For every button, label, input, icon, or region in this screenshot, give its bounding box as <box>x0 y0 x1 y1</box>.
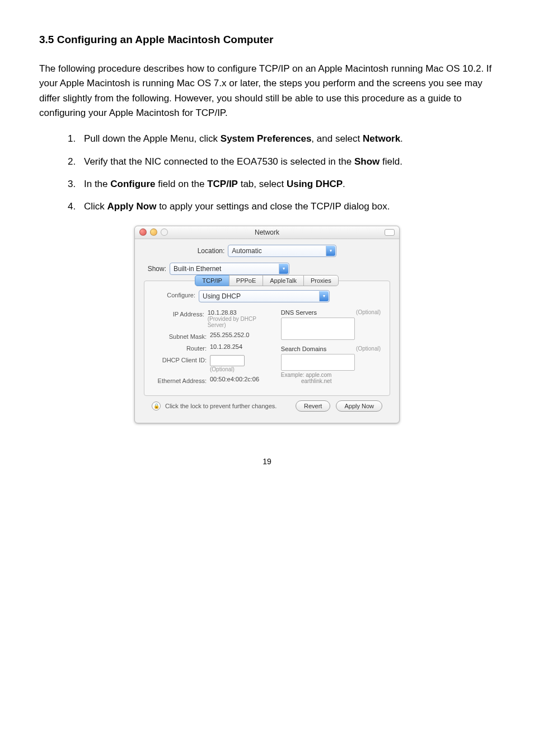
subnet-value: 255.255.252.0 <box>210 332 249 338</box>
ip-address-label: IP Address: <box>153 309 208 318</box>
optional-label: (Optional) <box>356 309 381 316</box>
intro-paragraph: The following procedure describes how to… <box>39 62 495 120</box>
step-3: In the Configure field on the TCP/IP tab… <box>78 177 495 192</box>
step-text: tab, select <box>238 179 287 189</box>
example-value: earthlink.net <box>301 378 331 384</box>
tab-appletalk[interactable]: AppleTalk <box>263 275 304 286</box>
step-text: Click <box>84 201 107 212</box>
step-bold: System Preferences <box>221 133 312 144</box>
show-label: Show: <box>144 265 166 273</box>
optional-label: (Optional) <box>356 346 381 352</box>
step-bold: Configure <box>110 179 155 189</box>
dns-servers-label: DNS Servers <box>281 309 317 316</box>
section-heading: 3.5 Configuring an Apple Macintosh Compu… <box>39 34 495 46</box>
step-text: Pull down the Apple Menu, click <box>84 133 221 144</box>
ip-address-sub: (Provided by DHCP Server) <box>208 316 273 328</box>
tab-tcpip[interactable]: TCP/IP <box>195 275 229 286</box>
step-text: field. <box>380 156 402 167</box>
router-label: Router: <box>153 343 210 352</box>
example-label: Example: <box>281 372 305 378</box>
chevron-down-icon: ▾ <box>319 291 329 301</box>
page-number: 19 <box>39 457 495 466</box>
chevron-down-icon: ▾ <box>279 264 288 274</box>
step-bold: TCP/IP <box>207 179 238 189</box>
step-text: Verify that the NIC connected to the EOA… <box>84 156 354 167</box>
router-value: 10.1.28.254 <box>210 343 242 350</box>
step-4: Click Apply Now to apply your settings a… <box>78 199 495 214</box>
ethernet-label: Ethernet Address: <box>153 376 210 384</box>
step-bold: Apply Now <box>107 201 157 212</box>
configure-label: Configure: <box>153 290 199 298</box>
settings-panel: TCP/IP PPPoE AppleTalk Proxies Configure… <box>144 281 390 396</box>
step-2: Verify that the NIC connected to the EOA… <box>78 155 495 169</box>
dhcp-client-label: DHCP Client ID: <box>153 355 210 363</box>
example-value: apple.com <box>306 372 331 378</box>
location-label: Location: <box>198 247 225 255</box>
show-select[interactable]: Built-in Ethernet ▾ <box>170 263 289 275</box>
dhcp-client-sub: (Optional) <box>210 366 245 372</box>
step-1: Pull down the Apple Menu, click System P… <box>78 132 495 146</box>
step-text: In the <box>84 179 110 189</box>
step-text: , and select <box>311 133 363 144</box>
location-select[interactable]: Automatic ▾ <box>228 245 336 257</box>
lock-icon[interactable]: 🔒 <box>152 402 161 410</box>
network-dialog: Network Location: Automatic ▾ Show: Buil… <box>134 226 400 423</box>
window-title: Network <box>135 228 399 236</box>
dns-servers-input[interactable] <box>281 318 355 340</box>
step-text: . <box>343 179 345 189</box>
configure-select[interactable]: Using DHCP ▾ <box>199 290 330 302</box>
step-bold: Show <box>354 156 380 167</box>
configure-value: Using DHCP <box>203 292 241 300</box>
step-text: field on the <box>156 179 208 189</box>
tab-proxies[interactable]: Proxies <box>303 275 339 286</box>
step-bold: Using DHCP <box>287 179 343 189</box>
ip-address-value: 10.1.28.83 <box>208 309 273 316</box>
search-domains-label: Search Domains <box>281 346 326 352</box>
step-text: . <box>400 133 403 144</box>
step-text: to apply your settings and close the TCP… <box>156 201 390 212</box>
subnet-label: Subnet Mask: <box>153 332 210 340</box>
chevron-down-icon: ▾ <box>326 246 335 256</box>
revert-button[interactable]: Revert <box>296 400 330 412</box>
step-bold: Network <box>363 133 400 144</box>
lock-text: Click the lock to prevent further change… <box>165 403 277 409</box>
step-list: Pull down the Apple Menu, click System P… <box>62 132 495 214</box>
search-domains-input[interactable] <box>281 354 355 371</box>
show-value: Built-in Ethernet <box>174 265 221 273</box>
location-value: Automatic <box>232 247 261 255</box>
ethernet-value: 00:50:e4:00:2c:06 <box>210 376 259 382</box>
tab-pppoe[interactable]: PPPoE <box>229 275 263 286</box>
titlebar: Network <box>135 226 399 239</box>
dhcp-client-input[interactable] <box>210 355 245 366</box>
apply-now-button[interactable]: Apply Now <box>336 400 382 412</box>
